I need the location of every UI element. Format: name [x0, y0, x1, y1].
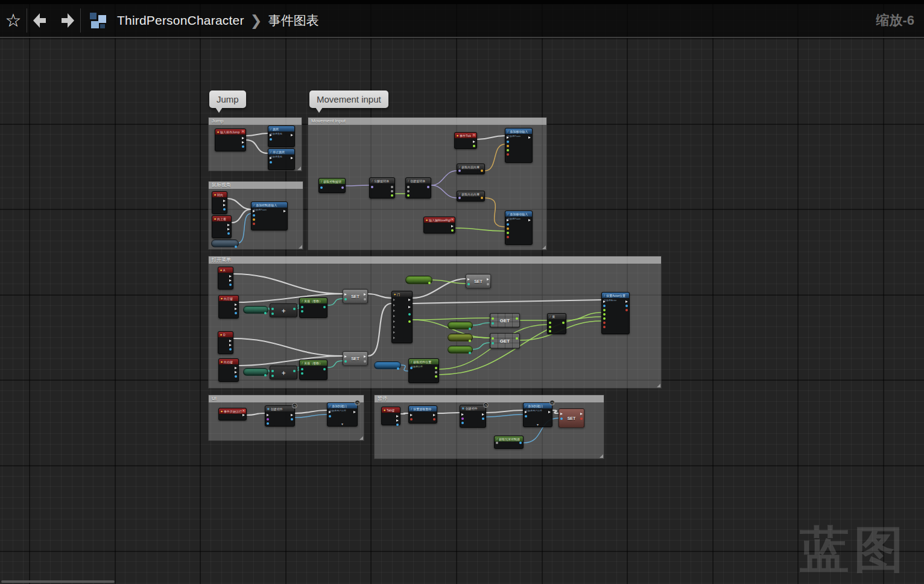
data-pin[interactable] [293, 308, 296, 310]
data-pin[interactable] [301, 368, 303, 370]
data-pin[interactable] [507, 227, 509, 230]
data-pin[interactable] [407, 194, 410, 197]
exec-pin[interactable] [344, 355, 347, 358]
data-pin[interactable] [264, 374, 267, 376]
data-pin[interactable] [264, 312, 267, 314]
exec-pin[interactable] [625, 300, 628, 303]
data-pin[interactable] [301, 372, 303, 375]
data-pin[interactable] [393, 320, 395, 323]
data-pin[interactable] [393, 337, 395, 339]
data-pin[interactable] [323, 306, 326, 308]
data-pin[interactable] [229, 348, 232, 351]
data-pin[interactable] [410, 418, 413, 421]
data-pin[interactable] [469, 352, 471, 354]
data-pin[interactable] [435, 371, 437, 373]
exec-pin[interactable] [267, 414, 269, 416]
exec-pin[interactable] [242, 141, 244, 144]
data-pin[interactable] [227, 232, 230, 235]
graph-node-pill[interactable] [211, 240, 239, 247]
data-pin[interactable] [435, 375, 437, 378]
data-pin[interactable] [271, 375, 274, 377]
exec-pin[interactable] [270, 157, 272, 159]
comment-title[interactable]: 暂停 [375, 395, 604, 402]
graph-node-event[interactable]: ◆转向 [212, 191, 227, 214]
data-pin[interactable] [481, 170, 483, 172]
breadcrumb-graph-name[interactable]: 事件图表 [268, 12, 319, 29]
data-pin[interactable] [603, 317, 606, 320]
data-pin[interactable] [235, 375, 237, 378]
data-pin[interactable] [271, 370, 274, 372]
data-pin[interactable] [492, 337, 494, 340]
data-pin[interactable] [393, 326, 395, 328]
forward-button[interactable] [54, 4, 80, 37]
comment-title[interactable]: Movement input [308, 118, 546, 125]
graph-node-event[interactable]: ◆向左键 [218, 295, 239, 319]
data-pin[interactable] [469, 328, 471, 330]
graph-node-event[interactable]: ◆事件Tick✕ [454, 132, 477, 149]
graph-node-set[interactable]: SET [343, 351, 368, 366]
data-pin[interactable] [391, 186, 393, 188]
exec-pin[interactable] [270, 134, 272, 136]
data-pin[interactable] [469, 340, 471, 342]
exec-pin[interactable] [229, 275, 232, 278]
data-pin[interactable] [603, 326, 606, 328]
data-pin[interactable] [267, 418, 269, 421]
horizontal-scrollbar[interactable] [1, 580, 115, 583]
comment-title[interactable]: UI [209, 395, 364, 402]
expand-arrow-icon[interactable]: ▾ [537, 424, 539, 427]
data-pin[interactable] [393, 315, 395, 317]
data-pin[interactable] [458, 197, 461, 199]
data-pin[interactable] [393, 299, 395, 301]
data-pin[interactable] [393, 304, 395, 306]
data-pin[interactable] [344, 298, 347, 300]
exec-pin[interactable] [235, 371, 237, 373]
data-pin[interactable] [487, 283, 489, 285]
exec-pin[interactable] [548, 411, 551, 413]
data-pin[interactable] [525, 415, 527, 417]
exec-pin[interactable] [580, 413, 583, 415]
data-pin[interactable] [507, 153, 509, 156]
data-pin[interactable] [492, 322, 494, 325]
exec-pin[interactable] [344, 293, 347, 296]
graph-node-set[interactable]: SET [466, 274, 491, 288]
exec-pin[interactable] [229, 279, 232, 282]
graph-node-fn[interactable]: ƒ设置游戏暂停 [408, 405, 437, 424]
exec-pin[interactable] [235, 367, 237, 369]
graph-node-green[interactable]: ƒ夹值（整数） [299, 297, 328, 318]
exec-pin[interactable] [291, 157, 293, 159]
data-pin[interactable] [301, 306, 303, 308]
exec-pin[interactable] [467, 278, 470, 281]
graph-node-set[interactable]: SET [343, 289, 368, 303]
graph-node-pill[interactable] [448, 334, 473, 341]
graph-node-event[interactable]: ◆输入轴MoveRight✕ [423, 217, 455, 233]
exec-pin[interactable] [507, 136, 509, 139]
data-pin[interactable] [271, 308, 274, 310]
exec-pin[interactable] [560, 413, 563, 415]
data-pin[interactable] [253, 218, 255, 221]
graph-node-dark[interactable]: ƒ创建旋转体 [405, 177, 431, 198]
data-pin[interactable] [393, 331, 395, 334]
exec-pin[interactable] [396, 419, 399, 422]
exec-pin[interactable] [408, 306, 411, 308]
graph-node-fn[interactable]: ƒ设置Actor位置目标是Actor [601, 292, 630, 334]
exec-pin[interactable] [223, 200, 226, 202]
back-button[interactable] [27, 4, 54, 37]
data-pin[interactable] [223, 208, 226, 211]
exec-pin[interactable] [329, 411, 331, 413]
graph-node-get[interactable]: GET [490, 333, 520, 349]
data-pin[interactable] [507, 232, 509, 234]
data-pin[interactable] [562, 322, 565, 324]
graph-node-dark[interactable]: ƒ获取向前向量 [457, 163, 485, 174]
data-pin[interactable] [391, 190, 393, 192]
data-pin[interactable] [507, 223, 509, 226]
exec-pin[interactable] [482, 413, 484, 416]
data-pin[interactable] [507, 149, 509, 151]
graph-node-pill[interactable] [448, 346, 473, 354]
data-pin[interactable] [291, 418, 293, 421]
exec-pin[interactable] [525, 411, 527, 413]
data-pin[interactable] [482, 417, 484, 420]
data-pin[interactable] [329, 415, 331, 417]
exec-pin[interactable] [364, 355, 366, 358]
comment-title[interactable]: Jump [209, 118, 302, 125]
graph-node-event[interactable]: ◆Tab键 [381, 407, 400, 425]
